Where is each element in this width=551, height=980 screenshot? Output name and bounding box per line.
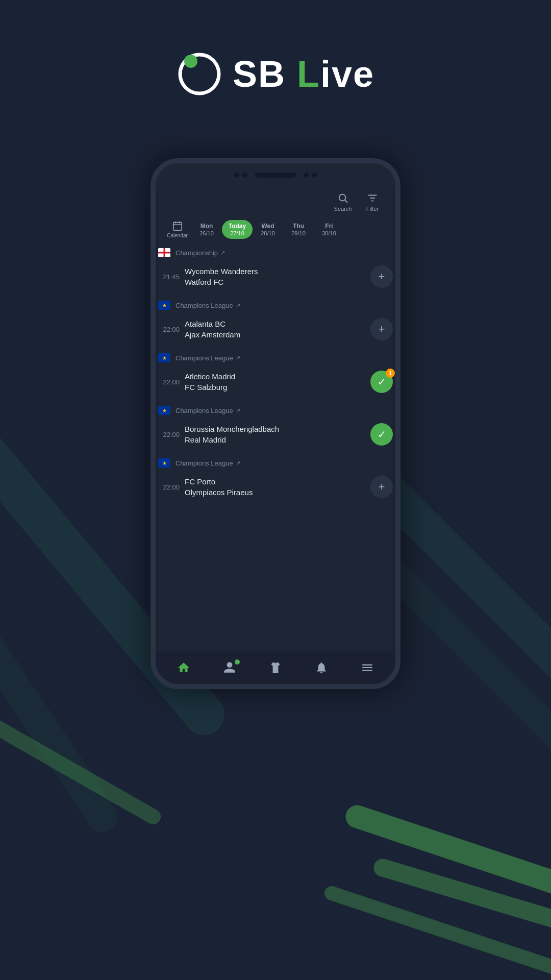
svg-line-3 — [383, 561, 551, 817]
team-borussia: Borussia Monchengladbach — [185, 425, 365, 433]
svg-line-4 — [357, 817, 551, 893]
league-cl-3-name: Champions League ↗ — [176, 407, 240, 414]
table-row: 22:00 Atletico Madrid FC Salzburg ✓ 1 — [156, 365, 395, 398]
day-thu-name: Thu — [293, 223, 304, 230]
league-cl-2-header: ★ Champions League ↗ — [156, 348, 395, 365]
league-cl-1-name: Champions League ↗ — [176, 302, 240, 309]
match-time-2: 22:00 — [158, 326, 180, 333]
day-wed[interactable]: Wed 28/10 — [253, 220, 283, 239]
bell-icon — [315, 661, 328, 674]
app-header: Search Filter — [156, 186, 395, 216]
eu-flag-4: ★ — [158, 458, 170, 468]
shirt-icon — [269, 661, 282, 674]
table-row: 22:00 FC Porto Olympiacos Piraeus + — [156, 471, 395, 503]
league-championship-name: Championship ↗ — [176, 249, 225, 257]
calendar-button[interactable]: Calendar — [163, 220, 191, 238]
day-thu-date: 29/10 — [291, 230, 306, 236]
league-cl-1: ★ Champions League ↗ 22:00 Atalanta BC A… — [156, 296, 395, 346]
day-selector: Calendar Mon 26/10 Today 27/10 Wed 28/10… — [156, 216, 395, 243]
cl4-link-icon: ↗ — [236, 460, 240, 467]
match-time-4: 22:00 — [158, 431, 180, 438]
match-teams-1: Wycombe Wanderers Watford FC — [185, 267, 365, 286]
eu-flag-2: ★ — [158, 353, 170, 362]
check-match-4-button[interactable]: ✓ — [370, 423, 393, 446]
nav-bell[interactable] — [309, 661, 334, 674]
day-fri-date: 30/10 — [322, 230, 336, 236]
add-match-5-button[interactable]: + — [370, 476, 393, 498]
search-label: Search — [334, 206, 352, 212]
add-match-2-button[interactable]: + — [370, 318, 393, 340]
day-fri-name: Fri — [325, 223, 333, 230]
nav-shirt[interactable] — [263, 661, 288, 674]
match-teams-3: Atletico Madrid FC Salzburg — [185, 372, 365, 391]
day-today-date: 27/10 — [230, 230, 244, 236]
cl1-link-icon: ↗ — [236, 302, 240, 309]
svg-line-1 — [0, 510, 102, 817]
day-wed-date: 28/10 — [261, 230, 275, 236]
table-row: 21:45 Wycombe Wanderers Watford FC + — [156, 260, 395, 293]
league-championship: Championship ↗ 21:45 Wycombe Wanderers W… — [156, 243, 395, 293]
svg-point-9 — [184, 55, 197, 68]
filter-button[interactable]: Filter — [360, 192, 385, 212]
nav-home[interactable] — [171, 661, 196, 674]
day-today[interactable]: Today 27/10 — [222, 220, 253, 239]
eu-flag-1: ★ — [158, 301, 170, 310]
day-mon-date: 26/10 — [199, 230, 214, 236]
league-cl-3-header: ★ Champions League ↗ — [156, 401, 395, 418]
day-thu[interactable]: Thu 29/10 — [283, 220, 314, 239]
league-cl-2: ★ Champions League ↗ 22:00 Atletico Madr… — [156, 348, 395, 398]
day-mon[interactable]: Mon 26/10 — [191, 220, 222, 239]
search-button[interactable]: Search — [330, 192, 356, 212]
logo-area: SB LSB Liveive — [0, 51, 551, 97]
nav-person[interactable] — [217, 661, 242, 674]
phone-sensor-4 — [312, 173, 317, 178]
match-time-3: 22:00 — [158, 378, 180, 386]
league-cl-4-header: ★ Champions League ↗ — [156, 453, 395, 471]
match-time-5: 22:00 — [158, 483, 180, 491]
filter-label: Filter — [366, 206, 379, 212]
day-mon-name: Mon — [201, 223, 213, 230]
match-teams-5: FC Porto Olympiacos Piraeus — [185, 477, 365, 497]
search-icon — [337, 192, 348, 204]
menu-icon — [361, 661, 374, 674]
check-match-3-button[interactable]: ✓ 1 — [370, 371, 393, 393]
match-teams-2: Atalanta BC Ajax Amsterdam — [185, 320, 365, 339]
match-time-1: 21:45 — [158, 273, 180, 281]
home-icon — [177, 661, 190, 674]
championship-link-icon: ↗ — [220, 250, 225, 256]
match-3-badge: 1 — [386, 369, 395, 378]
team-atletico: Atletico Madrid — [185, 372, 365, 381]
nav-menu[interactable] — [355, 661, 380, 674]
svg-line-5 — [383, 868, 551, 929]
svg-line-11 — [345, 200, 347, 203]
calendar-icon — [172, 220, 183, 232]
match-list: Championship ↗ 21:45 Wycombe Wanderers W… — [156, 243, 395, 674]
add-match-1-button[interactable]: + — [370, 265, 393, 288]
person-notification-dot — [235, 659, 240, 665]
team-ajax: Ajax Amsterdam — [185, 330, 365, 339]
phone-sensor-3 — [304, 173, 309, 178]
team-watford: Watford FC — [185, 278, 365, 286]
phone-top-bar — [156, 163, 395, 186]
table-row: 22:00 Atalanta BC Ajax Amsterdam + — [156, 313, 395, 346]
england-flag — [158, 248, 170, 257]
league-cl-2-name: Champions League ↗ — [176, 354, 240, 362]
team-olympiacos: Olympiacos Piraeus — [185, 488, 365, 497]
phone-sensor-2 — [242, 173, 247, 178]
cl2-link-icon: ↗ — [236, 355, 240, 361]
team-realmadrid: Real Madrid — [185, 435, 365, 444]
phone-frame: Search Filter Calendar Mon 26/10 — [151, 158, 400, 689]
match-teams-4: Borussia Monchengladbach Real Madrid — [185, 425, 365, 444]
league-cl-4-name: Champions League ↗ — [176, 459, 240, 467]
day-fri[interactable]: Fri 30/10 — [314, 220, 344, 239]
league-cl-1-header: ★ Champions League ↗ — [156, 296, 395, 313]
svg-rect-15 — [173, 223, 182, 231]
logo-dot: L — [297, 54, 320, 94]
person-icon — [223, 661, 236, 674]
calendar-label: Calendar — [167, 233, 188, 238]
logo-icon — [177, 51, 222, 97]
table-row: 22:00 Borussia Monchengladbach Real Madr… — [156, 418, 395, 451]
phone-sensors — [234, 173, 247, 178]
league-championship-header: Championship ↗ — [156, 243, 395, 260]
team-porto: FC Porto — [185, 477, 365, 486]
